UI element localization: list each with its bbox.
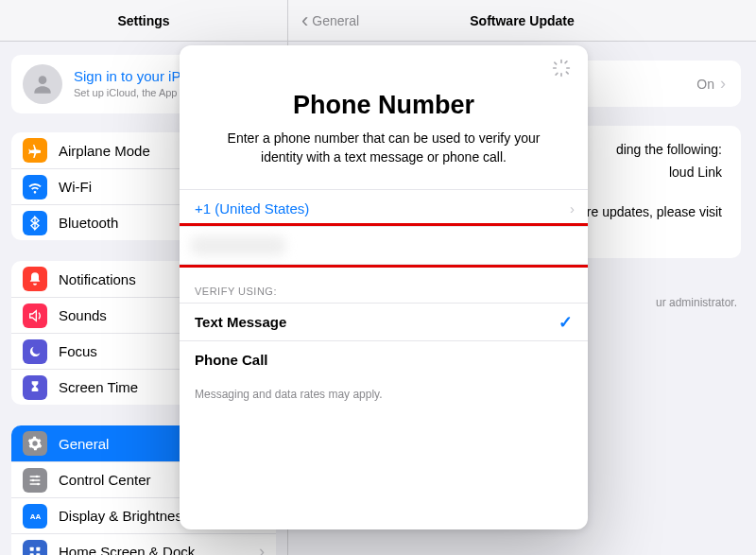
airplane-icon [23,138,47,163]
svg-rect-16 [555,72,558,76]
svg-rect-9 [560,60,562,63]
back-button[interactable]: ‹ General [301,10,359,31]
back-label: General [312,13,359,28]
country-selector[interactable]: +1 (United States) › [180,189,588,227]
bluetooth-icon [23,211,47,235]
grid-icon [23,540,47,556]
option-label: Text Message [195,314,286,330]
auto-update-value: On [696,77,714,92]
country-label: +1 (United States) [195,200,309,217]
verify-header: VERIFY USING: [180,265,588,303]
moon-icon [23,339,47,364]
svg-rect-12 [566,67,570,69]
display-icon: AA [23,504,47,529]
svg-rect-13 [554,61,558,65]
settings-title: Settings [0,0,288,41]
bell-icon [23,267,47,291]
chevron-right-icon: › [259,542,265,555]
redacted-phone [191,236,285,255]
rates-note: Messaging and data rates may apply. [180,378,588,410]
sidebar-item-label: Home Screen & Dock [59,544,248,555]
verify-option-phone-call[interactable]: Phone Call [180,340,588,378]
sliders-icon [23,468,47,493]
gear-icon [23,431,47,456]
chevron-right-icon: › [570,200,575,217]
svg-point-0 [39,76,47,84]
svg-point-3 [37,482,40,485]
chevron-left-icon: ‹ [301,10,308,31]
checkmark-icon: ✓ [558,312,573,333]
spinner-icon [552,59,571,78]
modal-subtitle: Enter a phone number that can be used to… [180,120,588,189]
modal-title: Phone Number [180,91,588,120]
phone-input[interactable] [180,227,588,265]
svg-rect-10 [560,73,562,77]
verify-option-text-message[interactable]: Text Message ✓ [180,303,588,340]
svg-rect-5 [30,546,34,550]
detail-nav: ‹ General Software Update [288,0,756,41]
chevron-right-icon: › [720,74,726,93]
option-label: Phone Call [195,352,268,368]
top-bar: Settings ‹ General Software Update [0,0,756,42]
phone-number-modal: Phone Number Enter a phone number that c… [180,45,588,529]
detail-title: Software Update [470,13,574,28]
svg-rect-11 [553,67,557,69]
svg-rect-14 [565,71,569,75]
svg-point-2 [32,478,35,481]
svg-point-1 [36,475,39,477]
speaker-icon [23,304,47,328]
sidebar-item-label: Wi-Fi [59,179,198,195]
svg-text:AA: AA [30,512,42,521]
avatar-icon [23,64,62,104]
svg-rect-15 [564,61,568,64]
wifi-icon [23,175,47,199]
hourglass-icon [23,375,47,400]
svg-rect-6 [36,546,40,550]
sidebar-item-home-screen[interactable]: Home Screen & Dock › [11,533,276,555]
